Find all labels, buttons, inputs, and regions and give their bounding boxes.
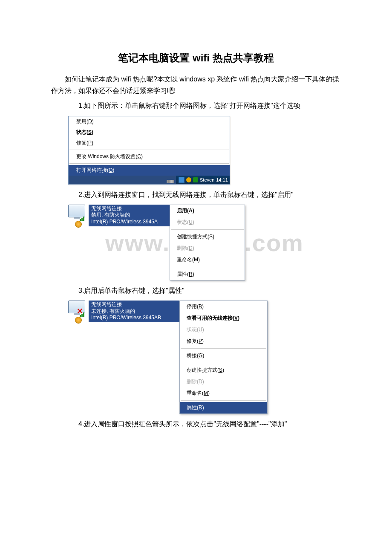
wireless-connection-disabled: 无线网络连接 禁用, 有防火墙的 Intel(R) PRO/Wireless 3… (68, 205, 268, 280)
step-3: 3.启用后单击鼠标右键，选择"属性" (78, 285, 341, 296)
menu-item-enable[interactable]: 启用(A) (170, 205, 245, 217)
wifi-icon[interactable] (193, 177, 198, 182)
menu-item-shortcut[interactable]: 创建快捷方式(S) (180, 364, 267, 376)
taskbar-context-menu: 禁用(D) 状态(S) 修复(P) 更改 Windows 防火墙设置(C) 打开… (68, 116, 230, 185)
menu-item-status[interactable]: 状态(S) (69, 127, 230, 138)
network-icon[interactable] (179, 177, 184, 183)
menu-item-shortcut[interactable]: 创建快捷方式(S) (170, 231, 245, 243)
page-title: 笔记本电脑设置 wifi 热点共享教程 (51, 51, 341, 65)
menu-item-repair[interactable]: 修复(P) (180, 335, 267, 347)
tray-user: Steven (200, 177, 214, 182)
menu-separator (171, 267, 244, 267)
menu-item-bridge[interactable]: 桥接(G) (180, 350, 267, 361)
menu-item-delete: 删除(D) (180, 376, 267, 387)
step-2: 2.进入到网络连接窗口，找到无线网络连接，单击鼠标右键，选择"启用" (78, 189, 341, 200)
wireless-connection-label[interactable]: 无线网络连接 禁用, 有防火墙的 Intel(R) PRO/Wireless 3… (89, 205, 170, 226)
menu-separator (181, 348, 266, 349)
taskbar-handle (167, 180, 174, 183)
wireless-connection-label[interactable]: 无线网络连接 未连接, 有防火墙的 Intel(R) PRO/Wireless … (89, 301, 180, 322)
menu-item-properties[interactable]: 属性(R) (170, 269, 245, 280)
x-icon: ✕ (77, 306, 83, 316)
menu-item-status: 状态(U) (170, 217, 245, 228)
menu-item-repair[interactable]: 修复(P) (69, 138, 230, 148)
menu-item-rename[interactable]: 重命名(M) (180, 387, 267, 399)
menu-item-status: 状态(U) (180, 324, 267, 335)
step-1: 1.如下图所示：单击鼠标右键那个网络图标，选择"打开网络连接"这个选项 (78, 100, 341, 111)
context-menu: 启用(A) 状态(U) 创建快捷方式(S) 删除(D) 重命名(M) 属性(R) (170, 205, 245, 280)
step-4: 4.进入属性窗口按照红色箭头所示，依次点击"无线网络配置"----"添加" (78, 418, 341, 430)
menu-item-open-network[interactable]: 打开网络连接(O) (69, 165, 230, 176)
wireless-connection-not-connected: ✕ 无线网络连接 未连接, 有防火墙的 Intel(R) PRO/Wireles… (68, 301, 268, 414)
menu-item-disable[interactable]: 禁用(D) (69, 116, 230, 127)
security-icon[interactable] (186, 177, 191, 182)
tray-time: 14:11 (216, 177, 228, 182)
context-menu: 停用(B) 查看可用的无线连接(V) 状态(U) 修复(P) 桥接(G) 创建快… (179, 301, 268, 414)
taskbar: Steven 14:11 (69, 176, 230, 184)
wireless-adapter-icon[interactable]: ✕ (68, 301, 89, 313)
wireless-adapter-icon[interactable] (68, 205, 89, 217)
menu-item-view-networks[interactable]: 查看可用的无线连接(V) (180, 312, 267, 324)
menu-item-firewall[interactable]: 更改 Windows 防火墙设置(C) (69, 151, 230, 162)
menu-separator (171, 229, 244, 230)
menu-item-disable[interactable]: 停用(B) (180, 301, 267, 312)
menu-separator (181, 363, 266, 363)
menu-item-properties[interactable]: 属性(R) (180, 402, 267, 413)
intro-text: 如何让笔记本成为 wifi 热点呢?本文以 windows xp 系统作 wif… (51, 73, 341, 96)
menu-separator (69, 150, 229, 150)
menu-separator (181, 400, 266, 401)
menu-item-delete: 删除(D) (170, 243, 245, 254)
menu-item-rename[interactable]: 重命名(M) (170, 254, 245, 266)
menu-separator (69, 163, 229, 164)
